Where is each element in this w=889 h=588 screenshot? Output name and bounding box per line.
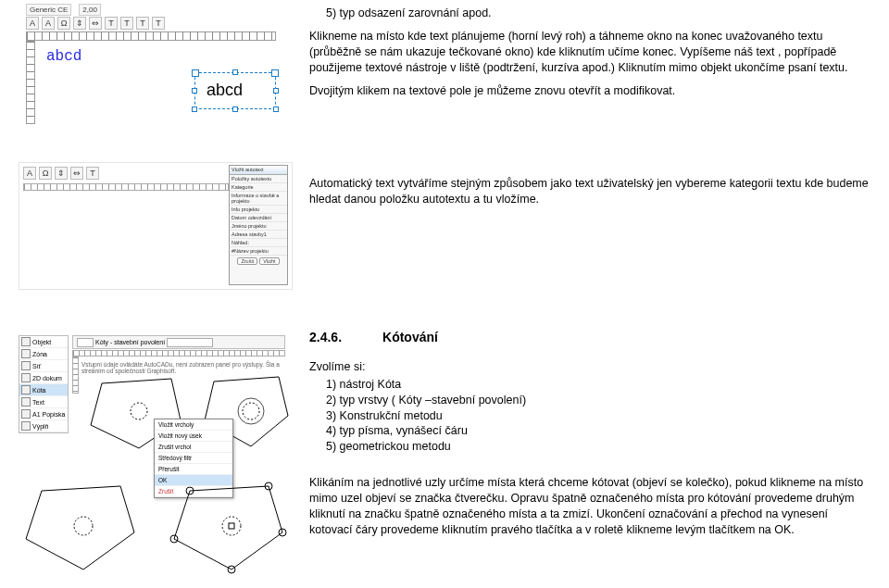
- vypln-icon: [21, 421, 31, 431]
- figure-autotext-dialog: A Ω ⇕ ⇔ T Vložit autotext Položky autote…: [19, 162, 293, 290]
- align-icon[interactable]: A: [23, 167, 36, 180]
- ruler-h-bot: [72, 350, 285, 357]
- cancel-button[interactable]: Zrušit: [237, 257, 257, 265]
- align-center-icon[interactable]: A: [42, 17, 55, 30]
- toolbar-format-row: A A Ω ⇕ ⇔ T T T T: [26, 17, 165, 30]
- section-autotext-body: Automatický text vytváříme stejným způso…: [309, 176, 870, 207]
- ctx-item[interactable]: Vložit nový úsek: [155, 431, 232, 442]
- italic-icon[interactable]: T: [120, 17, 133, 30]
- section-kotovani: 2.4.6. Kótování Zvolíme si: 1) nástroj K…: [309, 329, 870, 538]
- paragraph-double-click: Dvojitým klikem na textové pole je můžem…: [309, 83, 870, 99]
- polygon-lower-left: [19, 482, 139, 574]
- zona-icon: [21, 349, 31, 358]
- svg-point-1: [131, 403, 147, 419]
- spacing-icon[interactable]: ⇔: [70, 167, 83, 180]
- tool-palette: Objekt Zóna Síť 2D dokum Kóta Text A1 Po…: [19, 335, 69, 433]
- status-text: Vstupní údaje ovládáte AutoCADu, není zo…: [81, 361, 293, 374]
- svg-marker-5: [26, 486, 134, 569]
- dialog-opt[interactable]: Adresa stavby1: [230, 231, 287, 239]
- dimension-option-bar: Kóty - stavební povolení: [72, 335, 285, 349]
- text-icon: [21, 397, 31, 407]
- palette-item-vypln[interactable]: Výplň: [19, 420, 68, 432]
- doc-icon: [21, 373, 31, 382]
- step-2: 2) typ vrstvy ( Kóty –stavební povolení): [326, 393, 870, 408]
- steps-list: 1) nástroj Kóta 2) typ vrstvy ( Kóty –st…: [326, 377, 870, 455]
- ctx-item[interactable]: Vložit vrcholy: [155, 419, 232, 431]
- dialog-row-kategorie: Kategorie: [230, 183, 287, 192]
- step-5: 5) geometrickou metodu: [326, 439, 870, 455]
- sit-icon: [21, 361, 31, 370]
- palette-item-kota[interactable]: Kóta: [19, 384, 68, 396]
- autotext-dialog[interactable]: Vložit autotext Položky autotextu Katego…: [229, 165, 288, 285]
- font-name-field[interactable]: Generic CE: [26, 4, 71, 16]
- svg-point-3: [243, 403, 259, 419]
- dialog-row-polozky: Položky autotextu: [230, 175, 287, 183]
- paragraph-klikanim: Klikáním na jednotlivé uzly určíme místa…: [309, 475, 870, 538]
- ruler-horizontal: [26, 31, 276, 41]
- align-left-icon[interactable]: A: [26, 17, 39, 30]
- ctx-item[interactable]: Přerušit: [155, 464, 232, 475]
- dialog-nahled-label: Náhled:: [230, 239, 287, 247]
- dialog-buttons: Zrušit Vložit: [232, 257, 285, 265]
- list-item-5: 5) typ odsazení zarovnání apod.: [326, 6, 870, 21]
- size-icon[interactable]: ⇕: [73, 17, 86, 30]
- kota-icon: [21, 385, 31, 394]
- style-icon[interactable]: T: [86, 167, 99, 180]
- omega-icon[interactable]: Ω: [57, 17, 70, 30]
- svg-point-6: [74, 517, 93, 535]
- text-box-frame[interactable]: abcd: [194, 72, 276, 109]
- dialog-opt[interactable]: Jméno projektu: [230, 222, 287, 231]
- palette-item-text[interactable]: Text: [19, 396, 68, 408]
- toolbar-top-row: Generic CE 2,00: [26, 4, 101, 16]
- heading-title: Kótování: [382, 329, 438, 346]
- sample-text-blue: abcd: [46, 48, 81, 65]
- paragraph-click-place: Klikneme na místo kde text plánujeme (ho…: [309, 29, 870, 76]
- lead-zvolime: Zvolíme si:: [309, 359, 870, 375]
- field-1[interactable]: [77, 338, 94, 347]
- svg-rect-14: [229, 523, 234, 529]
- dialog-opt[interactable]: Informace o stavbě a projektu: [230, 192, 287, 206]
- polygon-lower-right: [167, 482, 287, 574]
- svg-point-8: [222, 517, 241, 535]
- palette-item-popiska[interactable]: A1 Popiska: [19, 408, 68, 420]
- insert-button[interactable]: Vložit: [259, 257, 279, 265]
- step-1: 1) nástroj Kóta: [326, 377, 870, 393]
- toolbar-mid: A Ω ⇕ ⇔ T: [23, 167, 99, 180]
- ruler-v-bot: [72, 357, 79, 394]
- palette-item-2d[interactable]: 2D dokum: [19, 372, 68, 384]
- spacing-icon[interactable]: ⇔: [89, 17, 102, 30]
- dialog-preview: #Název projektu: [230, 247, 287, 256]
- ctx-item[interactable]: Zrušit vrchol: [155, 442, 232, 453]
- ruler-mid: [23, 183, 229, 191]
- step-3: 3) Konstrukční metodu: [326, 408, 870, 424]
- heading-number: 2.4.6.: [309, 329, 342, 346]
- heading-kotovani: 2.4.6. Kótování: [309, 329, 870, 346]
- dialog-opt[interactable]: Datum odevzdání: [230, 214, 287, 222]
- palette-item-objekt[interactable]: Objekt: [19, 336, 68, 348]
- dialog-title: Vložit autotext: [230, 166, 287, 175]
- ruler-vertical: [26, 41, 35, 124]
- figure-text-tool: Generic CE 2,00 A A Ω ⇕ ⇔ T T T T abcd a…: [19, 0, 285, 130]
- objekt-icon: [21, 337, 31, 346]
- underline-icon[interactable]: T: [136, 17, 149, 30]
- palette-item-sit[interactable]: Síť: [19, 360, 68, 372]
- sizes-icon[interactable]: ⇕: [55, 167, 68, 180]
- dialog-opt[interactable]: Info projektu: [230, 206, 287, 214]
- section-text-tool-body: 5) typ odsazení zarovnání apod. Klikneme…: [309, 6, 870, 98]
- ctx-item[interactable]: Středový filtr: [155, 453, 232, 464]
- step-4: 4) typ písma, vynášecí čáru: [326, 423, 870, 439]
- layer-label: Kóty - stavební povolení: [95, 339, 165, 345]
- font-size-field[interactable]: 2,00: [79, 4, 101, 16]
- omega-icon[interactable]: Ω: [39, 167, 52, 180]
- palette-item-zona[interactable]: Zóna: [19, 348, 68, 360]
- svg-point-4: [238, 398, 264, 424]
- layer-field[interactable]: [167, 338, 213, 347]
- popiska-icon: [21, 409, 31, 419]
- paragraph-autotext: Automatický text vytváříme stejným způso…: [309, 176, 870, 207]
- bold-icon[interactable]: T: [105, 17, 118, 30]
- strike-icon[interactable]: T: [152, 17, 165, 30]
- figure-dimension: Objekt Zóna Síť 2D dokum Kóta Text A1 Po…: [19, 315, 293, 579]
- sample-text-black: abcd: [207, 81, 243, 100]
